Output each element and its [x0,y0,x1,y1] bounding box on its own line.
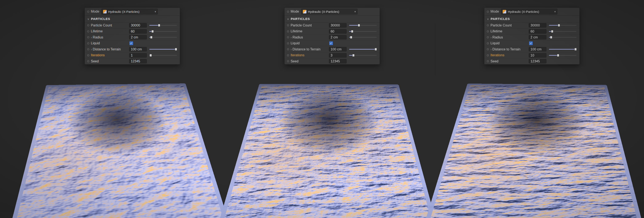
value-field[interactable]: 100 cm [329,47,346,51]
keyframe-dot-icon[interactable] [287,54,289,56]
keyframe-dot-icon[interactable] [87,60,89,62]
param-slider[interactable] [349,23,377,27]
slider-knob[interactable] [358,24,360,27]
keyframe-dot-icon[interactable] [87,11,89,12]
terrain-viewport[interactable] [210,69,446,216]
param-slider[interactable] [349,30,377,33]
value-field[interactable]: 60 [129,29,147,34]
value-field[interactable]: 100 cm [529,47,546,51]
slider-knob[interactable] [351,30,353,33]
keyframe-dot-icon[interactable] [87,48,89,50]
slider-knob[interactable] [175,48,177,51]
value-field[interactable]: 2 cm [129,35,147,39]
param-label: Distance to Terrain [93,47,121,51]
section-header[interactable]: ∨ PARTICLES [85,15,180,22]
param-label-cell: Seed [490,59,529,63]
slider-knob[interactable] [374,48,377,51]
collapse-chevron-icon[interactable]: ∨ [487,17,489,20]
terrain-viewport[interactable] [0,69,236,216]
param-label: Seed [291,59,298,63]
keyframe-dot-icon[interactable] [487,24,489,26]
slider-knob[interactable] [574,48,577,51]
value-field[interactable]: 60 [329,29,346,34]
value-field[interactable]: 12345 [329,59,346,63]
value-field[interactable]: 30000 [329,23,346,27]
keyframe-dot-icon[interactable] [87,42,89,44]
slider-knob[interactable] [550,36,552,39]
value-field[interactable]: 30000 [129,23,147,27]
value-field[interactable]: 3 [329,53,346,57]
value-field[interactable]: 100 cm [129,47,147,51]
expander-icon[interactable]: › [291,48,292,51]
mode-dropdown[interactable]: Hydraulic (X-Particles) ▾ [101,8,158,14]
value-field[interactable]: 10 [529,53,546,57]
param-slider[interactable] [549,47,576,51]
slider-knob[interactable] [150,54,152,57]
keyframe-dot-icon[interactable] [487,30,489,32]
value-field[interactable]: 1 [129,53,147,57]
slider-knob[interactable] [150,36,152,39]
param-checkbox[interactable]: ✓ [529,41,533,45]
value-field[interactable]: 12345 [529,59,546,63]
expander-icon[interactable]: › [91,48,92,51]
slider-knob[interactable] [557,54,559,57]
slider-fill [149,25,159,26]
section-header[interactable]: ∨ PARTICLES [284,15,380,22]
collapse-chevron-icon[interactable]: ∨ [287,17,289,20]
expander-icon[interactable]: › [490,48,492,51]
keyframe-dot-icon[interactable] [87,36,89,38]
section-header[interactable]: ∨ PARTICLES [484,15,580,22]
param-checkbox[interactable]: ✓ [329,41,333,45]
value-field[interactable]: 30000 [529,23,546,27]
param-row: Liquid ✓ [85,40,180,46]
keyframe-dot-icon[interactable] [487,36,489,38]
slider-knob[interactable] [551,30,553,33]
terrain-viewport[interactable] [418,69,644,216]
param-slider[interactable] [349,53,377,57]
param-slider[interactable] [149,53,177,57]
param-slider[interactable] [149,30,177,33]
param-row: › Radius 2 cm [284,34,380,40]
slider-knob[interactable] [152,30,154,33]
value-field[interactable]: 60 [529,29,546,34]
param-slider[interactable] [549,35,576,39]
keyframe-dot-icon[interactable] [487,60,489,62]
value-field[interactable]: 2 cm [529,35,546,39]
expander-icon[interactable]: › [291,36,292,39]
keyframe-dot-icon[interactable] [487,48,489,50]
param-slider[interactable] [149,47,177,51]
keyframe-dot-icon[interactable] [87,30,89,32]
param-checkbox[interactable]: ✓ [129,41,133,45]
keyframe-dot-icon[interactable] [287,30,289,32]
keyframe-dot-icon[interactable] [287,36,289,38]
value-field[interactable]: 12345 [129,59,147,63]
param-slider[interactable] [149,35,177,39]
slider-knob[interactable] [350,36,352,39]
param-slider[interactable] [349,35,377,39]
param-slider[interactable] [549,23,576,27]
param-label: Liquid [490,41,500,45]
param-slider[interactable] [349,47,377,51]
slider-knob[interactable] [352,54,354,57]
keyframe-dot-icon[interactable] [287,60,289,62]
expander-icon[interactable]: › [490,36,492,39]
keyframe-dot-icon[interactable] [87,24,89,26]
keyframe-dot-icon[interactable] [287,42,289,44]
keyframe-dot-icon[interactable] [87,54,89,56]
slider-knob[interactable] [158,24,160,27]
keyframe-dot-icon[interactable] [287,24,289,26]
param-slider[interactable] [549,53,576,57]
param-slider[interactable] [549,30,576,33]
mode-dropdown[interactable]: Hydraulic (X-Particles) ▾ [301,8,358,14]
mode-dropdown[interactable]: Hydraulic (X-Particles) ▾ [501,8,557,14]
expander-icon[interactable]: › [91,36,92,39]
keyframe-dot-icon[interactable] [487,54,489,56]
slider-knob[interactable] [558,24,560,27]
keyframe-dot-icon[interactable] [487,42,489,44]
collapse-chevron-icon[interactable]: ∨ [87,17,90,20]
keyframe-dot-icon[interactable] [287,11,289,12]
param-slider[interactable] [149,23,177,27]
keyframe-dot-icon[interactable] [487,11,489,12]
keyframe-dot-icon[interactable] [287,48,289,50]
value-field[interactable]: 2 cm [329,35,346,39]
